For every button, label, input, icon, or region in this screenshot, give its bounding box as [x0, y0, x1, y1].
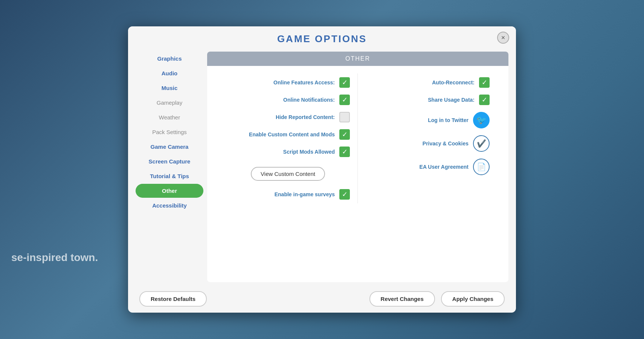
shield-icon: ✔️ — [477, 139, 486, 148]
restore-defaults-button[interactable]: Restore Defaults — [139, 291, 207, 307]
apply-changes-button[interactable]: Apply Changes — [441, 291, 505, 307]
doc-icon: 📄 — [477, 162, 486, 171]
sidebar: Graphics Audio Music Gameplay Weather Pa… — [136, 49, 203, 285]
share-usage-checkbox[interactable]: ✓ — [479, 95, 490, 105]
sidebar-item-gameplay[interactable]: Gameplay — [136, 96, 203, 110]
modal-footer: Restore Defaults Revert Changes Apply Ch… — [128, 285, 516, 313]
modal-body: Graphics Audio Music Gameplay Weather Pa… — [128, 49, 516, 285]
online-features-checkbox[interactable]: ✓ — [339, 77, 350, 88]
auto-reconnect-row: Auto-Reconnect: ✓ — [365, 77, 490, 88]
close-button[interactable]: × — [497, 32, 509, 44]
modal-overlay: Game Options × Graphics Audio Music Game… — [0, 0, 644, 339]
sidebar-item-audio[interactable]: Audio — [136, 66, 203, 80]
modal-title: Game Options — [277, 33, 367, 44]
ea-agreement-button[interactable]: 📄 — [473, 159, 490, 175]
share-usage-label: Share Usage Data: — [428, 97, 475, 103]
script-mods-checkbox[interactable]: ✓ — [339, 147, 350, 157]
share-usage-row: Share Usage Data: ✓ — [365, 95, 490, 105]
view-custom-row: View Custom Content — [226, 164, 350, 182]
log-twitter-row: Log in to Twitter 🐦 — [365, 112, 490, 128]
sidebar-item-pack-settings[interactable]: Pack Settings — [136, 125, 203, 139]
game-options-modal: Game Options × Graphics Audio Music Game… — [128, 26, 516, 313]
auto-reconnect-checkbox[interactable]: ✓ — [479, 77, 490, 88]
ea-agreement-label: EA User Agreement — [420, 164, 469, 170]
ea-agreement-row: EA User Agreement 📄 — [365, 159, 490, 175]
online-notifications-checkbox[interactable]: ✓ — [339, 95, 350, 105]
sidebar-item-game-camera[interactable]: Game Camera — [136, 140, 203, 154]
enable-custom-checkbox[interactable]: ✓ — [339, 129, 350, 140]
sidebar-item-graphics[interactable]: Graphics — [136, 52, 203, 66]
content-inner: Online Features Access: ✓ Online Notific… — [207, 66, 508, 211]
enable-surveys-checkbox[interactable]: ✓ — [339, 189, 350, 200]
script-mods-label: Script Mods Allowed — [283, 149, 335, 155]
sidebar-item-accessibility[interactable]: Accessibility — [136, 199, 203, 212]
twitter-icon: 🐦 — [476, 115, 487, 125]
online-notifications-row: Online Notifications: ✓ — [226, 95, 350, 105]
content-area: Other Online Features Access: ✓ Online N… — [207, 52, 508, 282]
hide-reported-row: Hide Reported Content: — [226, 112, 350, 122]
footer-right-buttons: Revert Changes Apply Changes — [369, 291, 505, 307]
script-mods-row: Script Mods Allowed ✓ — [226, 147, 350, 157]
sidebar-item-screen-capture[interactable]: Screen Capture — [136, 154, 203, 168]
hide-reported-label: Hide Reported Content: — [276, 114, 335, 120]
online-features-label: Online Features Access: — [273, 79, 335, 86]
enable-surveys-row: Enable in-game surveys ✓ — [226, 189, 350, 200]
log-twitter-label: Log in to Twitter — [428, 117, 469, 123]
log-twitter-button[interactable]: 🐦 — [473, 112, 490, 128]
auto-reconnect-label: Auto-Reconnect: — [432, 79, 475, 86]
privacy-cookies-label: Privacy & Cookies — [423, 140, 469, 147]
privacy-cookies-button[interactable]: ✔️ — [473, 135, 490, 152]
revert-changes-button[interactable]: Revert Changes — [369, 291, 435, 307]
enable-custom-row: Enable Custom Content and Mods ✓ — [226, 129, 350, 140]
sidebar-item-other[interactable]: Other — [136, 184, 203, 198]
view-custom-button[interactable]: View Custom Content — [251, 167, 325, 181]
sidebar-item-weather[interactable]: Weather — [136, 110, 203, 124]
enable-surveys-label: Enable in-game surveys — [275, 191, 335, 197]
modal-header: Game Options × — [128, 26, 516, 49]
content-header: Other — [207, 52, 508, 66]
online-notifications-label: Online Notifications: — [283, 97, 335, 103]
online-features-row: Online Features Access: ✓ — [226, 77, 350, 88]
sidebar-item-tutorial-tips[interactable]: Tutorial & Tips — [136, 169, 203, 183]
privacy-cookies-row: Privacy & Cookies ✔️ — [365, 135, 490, 152]
right-column: Auto-Reconnect: ✓ Share Usage Data: ✓ Lo… — [358, 73, 497, 203]
hide-reported-checkbox[interactable] — [339, 112, 350, 122]
sidebar-item-music[interactable]: Music — [136, 81, 203, 95]
left-column: Online Features Access: ✓ Online Notific… — [218, 73, 358, 203]
enable-custom-label: Enable Custom Content and Mods — [249, 131, 335, 137]
